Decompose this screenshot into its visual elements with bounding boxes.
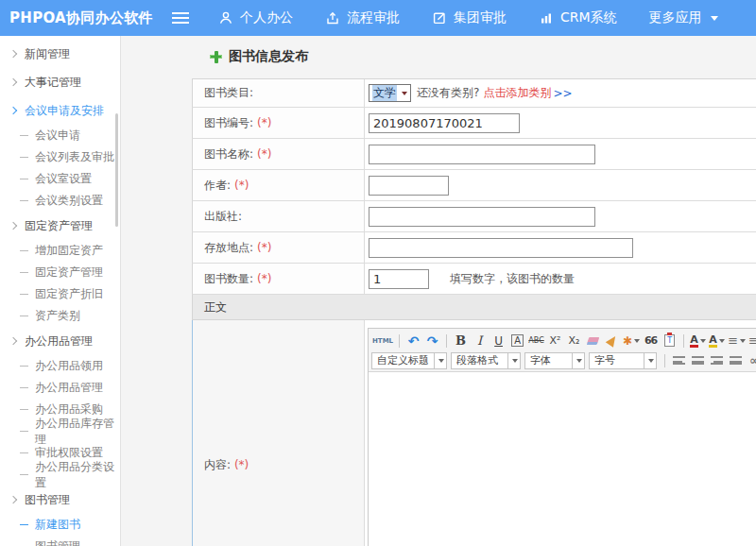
sidebar-item-asset-manage[interactable]: 固定资产管理 [0,262,120,283]
caret-down-icon [719,339,725,343]
chevron-right-icon [9,78,17,86]
sidebar-item-asset-mgmt[interactable]: 固定资产管理 [0,212,120,240]
dash-icon [20,157,28,158]
sidebar-item-book-manage[interactable]: 图书管理 [0,536,120,546]
publisher-input[interactable] [369,207,595,227]
sidebar-item-events-mgmt[interactable]: 大事记管理 [0,68,120,96]
category-label: 图书类目: [193,79,365,107]
sidebar-item-book-new[interactable]: 新建图书 [0,514,120,536]
sidebar-item-meeting-room[interactable]: 会议室设置 [0,168,120,190]
quantity-input[interactable] [369,269,429,289]
nav-item-label: 更多应用 [649,9,702,26]
publisher-label: 出版社: [193,201,365,231]
form-row-author: 作者: (*) [192,170,756,201]
eraser-button[interactable] [584,333,602,350]
sidebar-item-news-mgmt[interactable]: 新闻管理 [0,40,120,68]
form-row-publisher: 出版社: [192,201,756,232]
edit-square-icon [432,10,447,26]
bar-chart-icon [539,10,554,26]
align-center-icon [692,356,704,365]
underline-button[interactable]: U [490,333,507,350]
paragraph-format-select[interactable]: 段落格式 [451,352,521,369]
insert-link-button[interactable]: ∞ [746,352,756,369]
content-label: 内容: (*) [193,320,365,546]
sidebar-item-meeting-list[interactable]: 会议列表及审批 [0,146,120,168]
dash-icon [20,294,28,295]
dash-icon [20,366,28,367]
paste-button[interactable]: T [661,333,679,350]
align-left-icon [673,356,685,365]
add-category-link[interactable]: 点击添加类别 [483,85,551,101]
autotypeset-button[interactable]: ✱ [622,333,641,350]
sidebar-item-meeting-mgmt[interactable]: 会议申请及安排 [0,96,120,125]
font-color-button[interactable]: A [689,333,707,350]
subscript-button[interactable]: X₂ [565,333,583,350]
chevron-right-icon [9,222,17,230]
char-border-button[interactable]: A [511,334,524,347]
custom-title-select[interactable]: 自定义标题 [371,352,447,369]
nav-more-apps[interactable]: 更多应用 [649,9,718,26]
editor-toolbar: HTML ↶ ↷ B I U A ABC X² [369,329,756,372]
font-family-select[interactable]: 字体 [524,352,585,369]
chevron-right-icon [9,107,17,114]
nav-group-approval[interactable]: 集团审批 [432,9,507,26]
quantity-label: 图书数量: (*) [193,264,365,294]
sidebar-item-asset-category[interactable]: 资产类别 [0,305,120,327]
nav-personal-office[interactable]: 个人办公 [218,9,293,26]
superscript-button[interactable]: X² [546,333,564,350]
redo-button[interactable]: ↷ [423,333,441,350]
sidebar-item-asset-depreciation[interactable]: 固定资产折旧 [0,283,120,305]
sidebar-scrollbar-thumb[interactable] [115,113,118,227]
align-left-button[interactable] [670,352,688,369]
app-logo: PHPOA协同办公软件 [0,9,166,27]
user-icon [218,10,233,26]
align-center-button[interactable] [689,352,707,369]
chevron-right-icon [9,50,17,58]
nav-item-label: CRM系统 [560,9,617,26]
blockquote-button[interactable]: 66 [642,333,660,350]
sidebar-item-supplies-manage[interactable]: 办公用品管理 [0,377,120,399]
hamburger-menu-icon[interactable] [172,12,189,24]
caret-down-icon [512,359,518,363]
add-category-arrows[interactable]: >> [553,87,572,100]
form-row-book-no: 图书编号: (*) [192,108,756,139]
sidebar-item-asset-add[interactable]: 增加固定资产 [0,240,120,262]
chevron-right-icon [9,337,17,345]
font-size-select[interactable]: 字号 [589,352,657,369]
align-justify-button[interactable] [727,352,745,369]
location-label: 存放地点: (*) [193,232,365,263]
align-right-button[interactable] [708,352,726,369]
form-row-content: 内容: (*) HTML ↶ ↷ B [192,320,756,546]
dash-icon [20,524,28,525]
book-name-input[interactable] [369,145,595,164]
ordered-list-button[interactable]: ≡ [727,333,747,350]
sidebar-item-supplies-classify[interactable]: 办公用品分类设置 [0,464,120,486]
caret-down-icon [438,359,444,363]
undo-button[interactable]: ↶ [404,333,422,350]
location-input[interactable] [369,238,633,258]
category-select[interactable]: 文学 [369,84,411,102]
nav-item-label: 集团审批 [454,9,507,26]
unordered-list-button[interactable]: ≡ [747,333,756,350]
highlight-color-button[interactable]: A [708,333,726,350]
sidebar-item-supplies-mgmt[interactable]: 办公用品管理 [0,327,120,355]
format-brush-button[interactable] [603,333,621,350]
broom-icon [605,333,619,348]
source-code-button[interactable]: HTML [371,333,394,350]
nav-workflow-approval[interactable]: 流程审批 [325,9,400,26]
dash-icon [20,135,28,136]
editor-body[interactable] [369,372,756,546]
bold-button[interactable]: B [452,333,470,350]
sidebar-item-meeting-apply[interactable]: 会议申请 [0,125,120,146]
italic-button[interactable]: I [471,333,489,350]
page-title: 图书信息发布 [210,48,756,65]
form-row-category: 图书类目: 文学 还没有类别? 点击添加类别 >> [192,79,756,108]
strikethrough-button[interactable]: ABC [527,333,545,350]
sidebar-item-meeting-category[interactable]: 会议类别设置 [0,190,120,212]
book-no-input[interactable] [369,113,520,133]
sidebar-item-supplies-inventory[interactable]: 办公用品库存管理 [0,420,120,442]
author-input[interactable] [369,176,449,196]
quantity-hint: 填写数字，该图书的数量 [450,271,575,287]
sidebar-item-supplies-use[interactable]: 办公用品领用 [0,355,120,377]
nav-crm-system[interactable]: CRM系统 [539,9,617,26]
